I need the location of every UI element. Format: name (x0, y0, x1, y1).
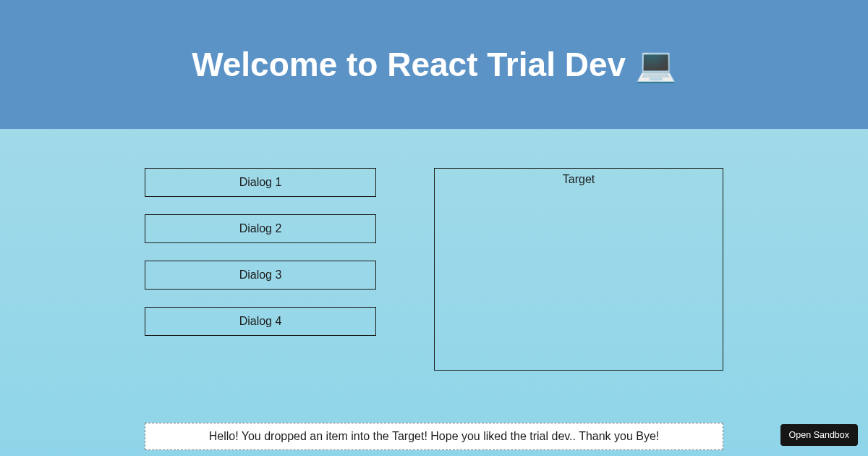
dialog-item-label: Dialog 3 (239, 269, 282, 281)
dialogs-list: Dialog 1 Dialog 2 Dialog 3 Dialog 4 (145, 168, 376, 371)
status-message-text: Hello! You dropped an item into the Targ… (209, 430, 660, 442)
dialog-item-2[interactable]: Dialog 2 (145, 214, 376, 243)
open-sandbox-label: Open Sandbox (789, 430, 849, 440)
dialog-item-1[interactable]: Dialog 1 (145, 168, 376, 197)
page-title: Welcome to React Trial Dev 💻 (192, 45, 676, 84)
dialog-item-3[interactable]: Dialog 3 (145, 261, 376, 290)
dialog-item-label: Dialog 2 (239, 222, 282, 235)
dialog-item-label: Dialog 4 (239, 315, 282, 327)
open-sandbox-button[interactable]: Open Sandbox (780, 424, 858, 446)
status-message: Hello! You dropped an item into the Targ… (145, 423, 723, 450)
drop-target[interactable]: Target (434, 168, 723, 371)
header-banner: Welcome to React Trial Dev 💻 (0, 0, 868, 129)
main-content: Dialog 1 Dialog 2 Dialog 3 Dialog 4 Targ… (0, 129, 868, 371)
target-label: Target (563, 173, 595, 185)
dialog-item-label: Dialog 1 (239, 176, 282, 188)
dialog-item-4[interactable]: Dialog 4 (145, 307, 376, 336)
